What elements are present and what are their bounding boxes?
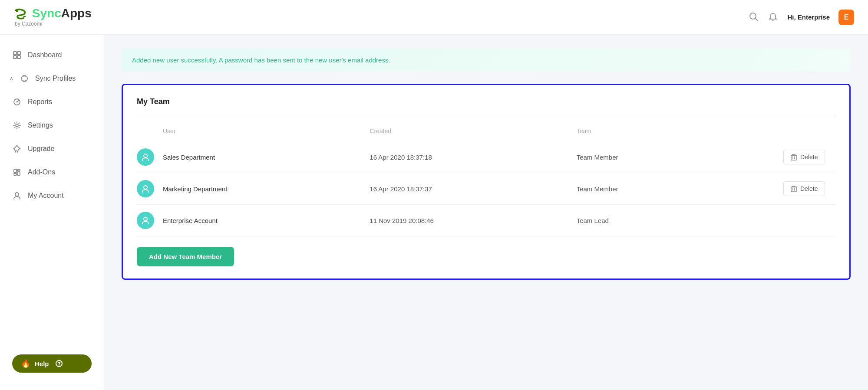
table-row: Enterprise Account 11 Nov 2019 20:08:46 …: [137, 205, 835, 236]
col-team-header: Team: [577, 128, 783, 134]
username: Enterprise: [798, 13, 830, 21]
sidebar-label-dashboard: Dashboard: [28, 51, 62, 59]
success-banner: Added new user successfully. A password …: [122, 49, 851, 72]
row1-role: Team Member: [577, 154, 783, 161]
col-action-header: [783, 128, 835, 134]
user-avatar: [137, 180, 154, 197]
table-divider: [137, 117, 835, 117]
svg-point-28: [144, 217, 147, 221]
col-user-header: User: [163, 128, 370, 134]
row2-name: Marketing Department: [163, 185, 370, 193]
delete-label-1: Delete: [800, 154, 818, 161]
logo-sync-text: Sync: [32, 7, 61, 20]
settings-icon: [12, 121, 22, 130]
main-content: Added new user successfully. A password …: [104, 35, 868, 390]
table-row: Marketing Department 16 Apr 2020 18:37:3…: [137, 173, 835, 205]
success-message: Added new user successfully. A password …: [132, 56, 390, 64]
sidebar-item-my-account[interactable]: My Account: [0, 184, 104, 207]
logo: SyncApps by Cazoomi: [14, 7, 92, 27]
flame-icon: 🔥: [21, 359, 30, 368]
delete-button-1[interactable]: Delete: [783, 150, 825, 164]
sidebar-label-settings: Settings: [28, 121, 53, 129]
col-created-header: Created: [370, 128, 576, 134]
logo-apps-text: Apps: [61, 7, 92, 20]
help-button[interactable]: 🔥 Help: [12, 354, 92, 373]
row2-created: 16 Apr 2020 18:37:37: [370, 185, 576, 193]
svg-rect-24: [791, 187, 796, 192]
table-row: Sales Department 16 Apr 2020 18:37:18 Te…: [137, 141, 835, 173]
logo-s-letter: [14, 7, 32, 20]
layout: Dashboard ∧ Sync Profiles Repo: [0, 35, 868, 390]
row3-name: Enterprise Account: [163, 217, 370, 224]
row3-role: Team Lead: [577, 217, 783, 224]
sidebar-label-sync-profiles: Sync Profiles: [35, 75, 76, 82]
svg-rect-3: [13, 52, 17, 55]
col-avatar-header: [137, 128, 163, 134]
help-circle-icon: [55, 360, 63, 367]
trash-icon: [791, 185, 797, 192]
table-header: User Created Team: [137, 124, 835, 138]
row1-name: Sales Department: [163, 154, 370, 161]
svg-point-18: [144, 154, 147, 157]
sidebar-label-addons: Add-Ons: [28, 168, 55, 176]
delete-label-2: Delete: [800, 185, 818, 192]
svg-point-9: [17, 102, 18, 103]
sidebar-item-upgrade[interactable]: Upgrade: [0, 137, 104, 161]
svg-rect-4: [17, 52, 20, 55]
logo-subtitle: by Cazoomi: [15, 21, 42, 27]
search-icon[interactable]: [749, 12, 759, 23]
user-avatar: [137, 212, 154, 229]
chevron-icon: ∧: [10, 75, 13, 82]
addons-icon: [12, 167, 22, 177]
row1-action: Delete: [783, 150, 835, 164]
svg-rect-19: [791, 155, 796, 160]
sidebar-label-my-account: My Account: [28, 192, 64, 200]
row3-created: 11 Nov 2019 20:08:46: [370, 217, 576, 224]
sidebar-label-reports: Reports: [28, 98, 52, 106]
add-team-member-button[interactable]: Add New Team Member: [137, 247, 234, 266]
svg-rect-13: [17, 169, 20, 171]
sidebar-item-addons[interactable]: Add-Ons: [0, 161, 104, 184]
team-title: My Team: [137, 97, 835, 106]
svg-point-17: [59, 365, 59, 366]
team-card: My Team User Created Team: [122, 84, 851, 280]
row1-created: 16 Apr 2020 18:37:18: [370, 154, 576, 161]
user-avatar: [137, 148, 154, 166]
reports-icon: [12, 97, 22, 107]
svg-point-15: [15, 193, 19, 196]
delete-button-2[interactable]: Delete: [783, 181, 825, 196]
header: SyncApps by Cazoomi Hi, Enterprise E: [0, 0, 868, 35]
sidebar-item-sync-profiles[interactable]: ∧ Sync Profiles: [0, 67, 104, 90]
row2-avatar: [137, 180, 163, 197]
row2-role: Team Member: [577, 185, 783, 193]
trash-icon: [791, 154, 797, 161]
sidebar-item-dashboard[interactable]: Dashboard: [0, 43, 104, 67]
header-greeting: Hi, Enterprise: [787, 13, 830, 21]
svg-rect-11: [14, 169, 17, 173]
sidebar-item-settings[interactable]: Settings: [0, 114, 104, 137]
svg-point-23: [144, 186, 147, 189]
svg-rect-5: [13, 56, 17, 59]
svg-rect-6: [17, 56, 20, 59]
account-icon: [12, 191, 22, 200]
sidebar: Dashboard ∧ Sync Profiles Repo: [0, 35, 104, 390]
upgrade-icon: [12, 144, 22, 154]
dashboard-icon: [12, 50, 22, 60]
row2-action: Delete: [783, 181, 835, 196]
sidebar-item-reports[interactable]: Reports: [0, 90, 104, 114]
svg-rect-14: [17, 172, 20, 175]
header-right: Hi, Enterprise E: [749, 10, 854, 25]
help-label: Help: [35, 360, 49, 367]
user-avatar-badge[interactable]: E: [838, 10, 854, 25]
sync-icon: [20, 74, 29, 83]
row1-avatar: [137, 148, 163, 166]
notification-icon[interactable]: [768, 12, 779, 23]
svg-line-1: [756, 18, 758, 21]
svg-point-7: [21, 75, 27, 82]
svg-rect-12: [14, 174, 17, 175]
sidebar-label-upgrade: Upgrade: [28, 145, 54, 153]
sidebar-bottom: 🔥 Help: [0, 346, 104, 381]
svg-point-10: [16, 124, 18, 127]
row3-avatar: [137, 212, 163, 229]
